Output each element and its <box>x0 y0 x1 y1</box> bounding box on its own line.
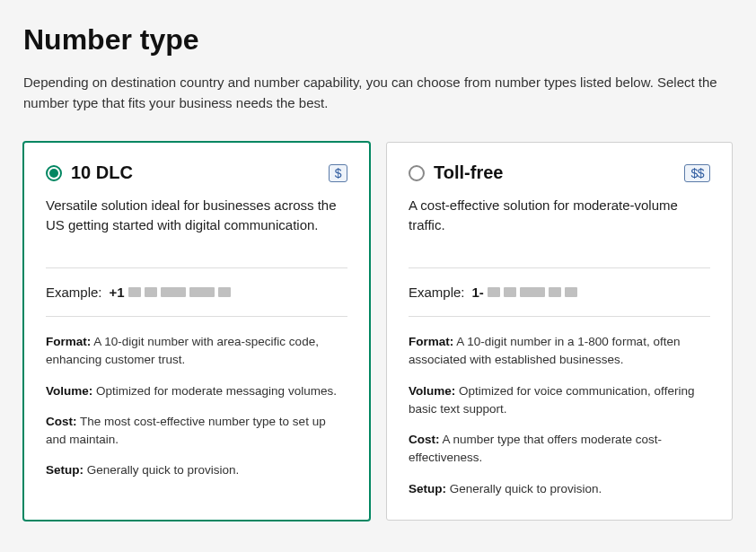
divider <box>409 316 710 317</box>
obscured-digit <box>549 287 561 297</box>
example-value: +1 <box>110 285 231 300</box>
detail-format: Format: A 10-digit number with area-spec… <box>46 333 347 370</box>
example-prefix: +1 <box>110 285 125 300</box>
number-type-cards: 10 DLC $ Versatile solution ideal for bu… <box>23 142 733 521</box>
example-value: 1- <box>472 285 577 300</box>
obscured-digit <box>218 287 231 297</box>
obscured-digit <box>128 287 141 297</box>
obscured-digit <box>520 287 545 297</box>
divider <box>46 267 347 268</box>
detail-format: Format: A 10-digit number in a 1-800 for… <box>409 333 710 370</box>
example-label: Example: <box>409 285 465 300</box>
card-title: 10 DLC <box>71 162 133 183</box>
detail-cost: Cost: The most cost-effective number typ… <box>46 413 347 450</box>
page-title: Number type <box>23 23 733 57</box>
page-description: Depending on destination country and num… <box>23 73 724 113</box>
card-10dlc[interactable]: 10 DLC $ Versatile solution ideal for bu… <box>23 142 370 521</box>
card-title: Toll-free <box>434 162 503 183</box>
radio-icon[interactable] <box>409 165 425 181</box>
obscured-digit <box>145 287 157 297</box>
example-row: Example: +1 <box>46 285 347 300</box>
obscured-digit <box>488 287 500 297</box>
obscured-digit <box>504 287 516 297</box>
detail-setup: Setup: Generally quick to provision. <box>46 461 347 479</box>
detail-cost: Cost: A number type that offers moderate… <box>409 431 710 468</box>
card-description: A cost-effective solution for moderate-v… <box>409 196 710 253</box>
price-badge: $$ <box>684 164 710 182</box>
obscured-digit <box>189 287 215 297</box>
card-header: 10 DLC $ <box>46 162 347 183</box>
example-label: Example: <box>46 285 102 300</box>
example-prefix: 1- <box>472 285 484 300</box>
detail-setup: Setup: Generally quick to provision. <box>409 480 710 498</box>
divider <box>409 267 710 268</box>
card-description: Versatile solution ideal for businesses … <box>46 196 347 253</box>
card-header: Toll-free $$ <box>409 162 710 183</box>
card-tollfree[interactable]: Toll-free $$ A cost-effective solution f… <box>386 142 733 521</box>
card-title-row: Toll-free <box>409 162 503 183</box>
price-badge: $ <box>329 164 347 182</box>
divider <box>46 316 347 317</box>
obscured-digit <box>565 287 577 297</box>
detail-volume: Volume: Optimized for voice communicatio… <box>409 382 710 419</box>
example-row: Example: 1- <box>409 285 710 300</box>
detail-volume: Volume: Optimized for moderate messaging… <box>46 382 347 400</box>
card-title-row: 10 DLC <box>46 162 133 183</box>
obscured-digit <box>161 287 186 297</box>
radio-icon[interactable] <box>46 165 62 181</box>
